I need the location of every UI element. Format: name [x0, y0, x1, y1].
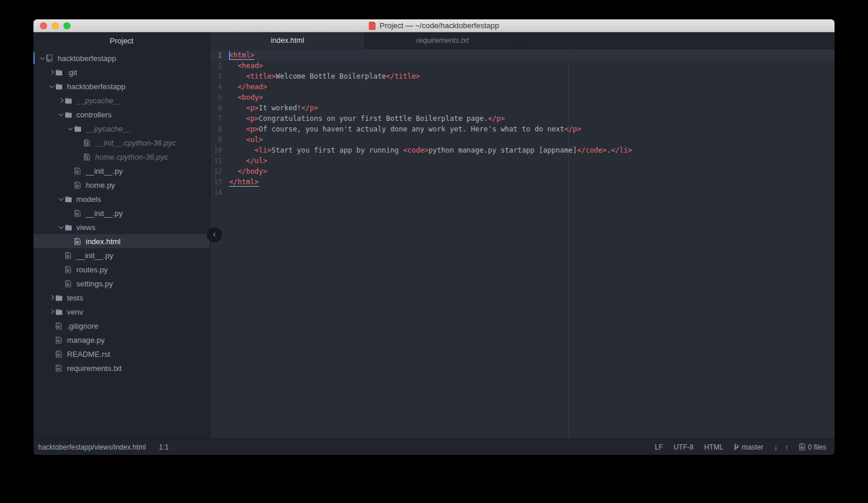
close-button[interactable]: [40, 22, 47, 29]
git-push-arrow-icon[interactable]: ↑: [785, 443, 789, 451]
line-number[interactable]: 3: [210, 71, 222, 82]
status-line-ending[interactable]: LF: [655, 443, 663, 451]
tree-item-routes.py[interactable]: routes.py: [33, 262, 210, 276]
html-tag-token: <p>: [246, 114, 259, 123]
tree-item-__pycache__[interactable]: __pycache__: [33, 121, 210, 136]
text-token: Congratulations on your first Bottle Boi…: [259, 114, 488, 123]
chevron-down-icon[interactable]: [59, 195, 63, 200]
code-line-8: 8 <p>Of course, you haven't actualy done…: [210, 124, 835, 134]
line-number[interactable]: 7: [210, 113, 222, 124]
tree-item-label: models: [76, 195, 101, 204]
chevron-left-icon: ‹: [213, 229, 216, 239]
line-number[interactable]: 2: [210, 60, 222, 71]
status-grammar[interactable]: HTML: [704, 443, 724, 451]
tree-item-label: __init__.py: [86, 167, 123, 175]
line-number[interactable]: 9: [210, 134, 222, 145]
status-right: LF UTF-8 HTML master ↓ ↑ 0 files: [655, 443, 826, 451]
html-tag-token: <p>: [246, 125, 259, 133]
status-left: hacktoberfestapp/views/index.html 1:1: [38, 443, 169, 451]
tree-item-views[interactable]: views: [33, 220, 210, 234]
tree-item-__init__.py[interactable]: __init__.py: [33, 164, 210, 178]
tree-item-home.cpython-36.pyc[interactable]: home.cpython-36.pyc: [33, 150, 210, 164]
tab-index.html[interactable]: index.html: [210, 32, 365, 49]
tree-item-venv[interactable]: venv: [33, 305, 210, 319]
text-token: It worked!: [259, 104, 301, 112]
sidebar-collapse-handle[interactable]: ‹: [207, 227, 222, 242]
html-tag-token: </p>: [488, 114, 505, 123]
minimize-button[interactable]: [52, 22, 59, 29]
tab-bar-filler: [520, 32, 835, 49]
code-line-14: 14: [210, 187, 835, 198]
tree-item-controllers[interactable]: controllers: [33, 107, 210, 121]
text-token: [229, 93, 237, 102]
tree-item-requirements.txt[interactable]: requirements.txt: [33, 361, 210, 375]
line-number[interactable]: 14: [210, 187, 222, 198]
line-number[interactable]: 5: [210, 92, 222, 103]
text-editor[interactable]: 1<html>2 <head>3 <title>Welcome Bottle B…: [210, 49, 835, 438]
line-number[interactable]: 12: [210, 166, 222, 177]
tree-item-tests[interactable]: tests: [33, 291, 210, 305]
tree-item-models[interactable]: models: [33, 192, 210, 206]
line-number[interactable]: 4: [210, 82, 222, 92]
html-tag-token: </body>: [237, 167, 267, 175]
code-line-4: 4 </head>: [210, 82, 835, 92]
tab-bar: index.htmlrequirements.txt: [210, 32, 835, 49]
tree-item-label: requirements.txt: [67, 364, 122, 373]
tab-label: requirements.txt: [416, 36, 469, 45]
git-branch-status[interactable]: master: [734, 443, 763, 451]
text-file-icon: [75, 167, 85, 175]
tree-item-__init__.cpython-36.pyc[interactable]: __init__.cpython-36.pyc: [33, 136, 210, 150]
html-tag-token: <li>: [254, 146, 271, 154]
chevron-down-icon[interactable]: [68, 125, 73, 130]
text-file-icon: [56, 336, 66, 344]
tree-item-home.py[interactable]: home.py: [33, 178, 210, 192]
folder-icon: [56, 294, 66, 302]
text-file-icon: [56, 364, 66, 372]
git-changed-files[interactable]: 0 files: [799, 443, 826, 451]
text-token: Start you first app by running: [271, 146, 403, 154]
tree-item-.gitignore[interactable]: .gitignore: [33, 319, 210, 333]
tree-item-.git[interactable]: .git: [33, 65, 210, 79]
status-cursor-position[interactable]: 1:1: [159, 443, 169, 451]
tree-item-__init__.py[interactable]: __init__.py: [33, 248, 210, 262]
tree-item-label: __init__.py: [86, 209, 123, 218]
code-line-5: 5 <body>: [210, 92, 835, 103]
main-area: Project hacktoberfestapp.githacktoberfes…: [33, 32, 835, 438]
text-file-icon: [56, 322, 66, 330]
chevron-down-icon[interactable]: [40, 55, 45, 59]
line-number[interactable]: 8: [210, 124, 222, 134]
tree-item-__pycache__[interactable]: __pycache__: [33, 93, 210, 107]
chevron-down-icon[interactable]: [59, 111, 63, 116]
line-number[interactable]: 10: [210, 145, 222, 156]
git-pull-arrow-icon[interactable]: ↓: [774, 443, 778, 451]
line-number[interactable]: 13: [210, 177, 222, 187]
chevron-right-icon[interactable]: [49, 309, 54, 314]
tree-item-README.rst[interactable]: README.rst: [33, 347, 210, 361]
chevron-right-icon[interactable]: [49, 70, 54, 75]
line-number[interactable]: 11: [210, 156, 222, 166]
tree-item-index.html[interactable]: index.html: [33, 234, 210, 248]
tree-chevron-box: [57, 198, 65, 200]
chevron-down-icon[interactable]: [59, 224, 63, 228]
chevron-right-icon[interactable]: [49, 295, 54, 300]
tree-item-label: home.cpython-36.pyc: [95, 153, 168, 161]
line-number[interactable]: 6: [210, 103, 222, 113]
status-encoding[interactable]: UTF-8: [674, 443, 694, 451]
tree-item-hacktoberfestapp[interactable]: hacktoberfestapp: [33, 51, 210, 65]
project-panel-header: Project: [33, 32, 210, 49]
chevron-right-icon[interactable]: [59, 98, 63, 103]
changed-files-count: 0 files: [808, 443, 826, 451]
tab-requirements.txt[interactable]: requirements.txt: [365, 32, 520, 49]
tree-item-settings.py[interactable]: settings.py: [33, 276, 210, 291]
text-token: Welcome Bottle Boilerplate: [275, 72, 386, 80]
zoom-button[interactable]: [63, 22, 70, 29]
tree-item-hacktoberfestapp[interactable]: hacktoberfestapp: [33, 79, 210, 93]
tree-chevron-box: [57, 99, 65, 102]
tree-chevron-box: [48, 310, 56, 313]
status-file-path[interactable]: hacktoberfestapp/views/index.html: [38, 443, 146, 451]
tree-item-__init__.py[interactable]: __init__.py: [33, 206, 210, 220]
chevron-down-icon[interactable]: [49, 83, 54, 87]
line-number[interactable]: 1: [210, 50, 222, 60]
tree-item-manage.py[interactable]: manage.py: [33, 333, 210, 347]
tree-view-panel: Project hacktoberfestapp.githacktoberfes…: [33, 32, 210, 438]
